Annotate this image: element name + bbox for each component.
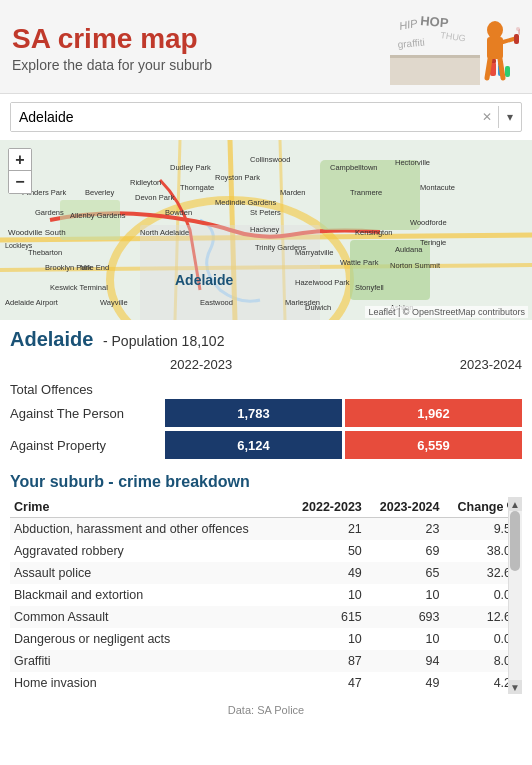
table-row: Common Assault61569312.68 xyxy=(10,606,522,628)
year2-label: 2023-2024 xyxy=(460,357,522,372)
total-offences-label: Total Offences xyxy=(10,378,522,399)
table-row: Abduction, harassment and other offences… xyxy=(10,518,522,541)
zoom-in-button[interactable]: + xyxy=(9,149,31,171)
table-row: Aggravated robbery506938.00 xyxy=(10,540,522,562)
svg-text:Collinswood: Collinswood xyxy=(250,155,290,164)
zoom-out-button[interactable]: − xyxy=(9,171,31,193)
crime-value: 50 xyxy=(288,540,366,562)
crime-value: 49 xyxy=(366,672,444,694)
crime-value: 87 xyxy=(288,650,366,672)
svg-text:Thorngate: Thorngate xyxy=(180,183,214,192)
against-property-row: Against Property 6,124 6,559 xyxy=(10,431,522,459)
crime-value: 10 xyxy=(366,584,444,606)
header-graphic: HIP HOP graffiti THUG xyxy=(390,10,520,85)
svg-text:Royston Park: Royston Park xyxy=(215,173,260,182)
svg-text:Devon Park: Devon Park xyxy=(135,193,174,202)
svg-text:Wattle Park: Wattle Park xyxy=(340,258,379,267)
svg-text:Mile End: Mile End xyxy=(80,263,109,272)
breakdown-title: Your suburb - crime breakdown xyxy=(10,473,522,491)
page-subtitle: Explore the data for your suburb xyxy=(12,57,380,73)
svg-text:Teringie: Teringie xyxy=(420,238,446,247)
breakdown-table-wrapper: Crime 2022-2023 2023-2024 Change % Abduc… xyxy=(10,497,522,694)
against-person-label: Against The Person xyxy=(10,406,165,421)
table-row: Dangerous or negligent acts10100.00 xyxy=(10,628,522,650)
svg-text:Norton Summit: Norton Summit xyxy=(390,261,441,270)
svg-text:Woodforde: Woodforde xyxy=(410,218,447,227)
crime-name: Graffiti xyxy=(10,650,288,672)
map-attribution: Leaflet | © OpenStreetMap contributors xyxy=(365,306,528,318)
breakdown-table: Crime 2022-2023 2023-2024 Change % Abduc… xyxy=(10,497,522,694)
svg-text:Ridleyton: Ridleyton xyxy=(130,178,161,187)
svg-text:Hazelwood Park: Hazelwood Park xyxy=(295,278,350,287)
against-property-bar-2023: 6,559 xyxy=(345,431,522,459)
svg-text:HIP: HIP xyxy=(398,17,419,32)
breakdown-section: Your suburb - crime breakdown Crime 2022… xyxy=(0,463,532,698)
svg-text:THUG: THUG xyxy=(440,30,467,43)
crime-value: 65 xyxy=(366,562,444,584)
svg-text:Gardens: Gardens xyxy=(35,208,64,217)
svg-text:Trinity Gardens: Trinity Gardens xyxy=(255,243,306,252)
svg-text:St Peters: St Peters xyxy=(250,208,281,217)
search-input[interactable] xyxy=(11,103,476,131)
suburb-name: Adelaide xyxy=(10,328,93,350)
col-crime: Crime xyxy=(10,497,288,518)
crime-name: Blackmail and extortion xyxy=(10,584,288,606)
scroll-thumb[interactable] xyxy=(510,511,520,571)
svg-text:Adelaide: Adelaide xyxy=(175,272,234,288)
against-person-row: Against The Person 1,783 1,962 xyxy=(10,399,522,427)
svg-point-11 xyxy=(487,21,503,39)
svg-text:North Adelaide: North Adelaide xyxy=(140,228,189,237)
svg-text:Beverley: Beverley xyxy=(85,188,114,197)
offences-section: Total Offences Against The Person 1,783 … xyxy=(0,378,532,459)
crime-value: 23 xyxy=(366,518,444,541)
table-row: Blackmail and extortion10100.00 xyxy=(10,584,522,606)
scrollbar[interactable]: ▲ ▼ xyxy=(508,497,522,694)
map-container[interactable]: Woodville South Lockleys Adelaide Airpor… xyxy=(0,140,532,320)
svg-text:Dudley Park: Dudley Park xyxy=(170,163,211,172)
svg-line-18 xyxy=(500,59,503,78)
scroll-up-arrow[interactable]: ▲ xyxy=(508,497,522,511)
svg-rect-27 xyxy=(60,200,120,240)
svg-line-17 xyxy=(487,59,490,78)
col-2022-2023: 2022-2023 xyxy=(288,497,366,518)
page-header: SA crime map Explore the data for your s… xyxy=(0,0,532,94)
against-property-bars: 6,124 6,559 xyxy=(165,431,522,459)
crime-name: Common Assault xyxy=(10,606,288,628)
crime-value: 21 xyxy=(288,518,366,541)
svg-text:Thebarton: Thebarton xyxy=(28,248,62,257)
clear-icon[interactable]: ✕ xyxy=(476,106,498,128)
table-row: Graffiti87948.05 xyxy=(10,650,522,672)
svg-text:Auldana: Auldana xyxy=(395,245,423,254)
svg-rect-10 xyxy=(505,66,510,77)
svg-rect-4 xyxy=(390,55,480,85)
page-title: SA crime map xyxy=(12,23,380,55)
against-person-bar-2023: 1,962 xyxy=(345,399,522,427)
crime-value: 69 xyxy=(366,540,444,562)
col-2023-2024: 2023-2024 xyxy=(366,497,444,518)
svg-text:Montacute: Montacute xyxy=(420,183,455,192)
svg-rect-5 xyxy=(390,55,480,58)
table-row: Assault police496532.65 xyxy=(10,562,522,584)
header-text: SA crime map Explore the data for your s… xyxy=(12,23,380,73)
svg-text:Stonyfell: Stonyfell xyxy=(355,283,384,292)
against-person-bars: 1,783 1,962 xyxy=(165,399,522,427)
suburb-population: - Population 18,102 xyxy=(103,333,224,349)
svg-text:Kensington: Kensington xyxy=(355,228,393,237)
scroll-down-arrow[interactable]: ▼ xyxy=(508,680,522,694)
crime-name: Dangerous or negligent acts xyxy=(10,628,288,650)
crime-value: 10 xyxy=(288,584,366,606)
svg-text:Medindie Gardens: Medindie Gardens xyxy=(215,198,277,207)
svg-text:Adelaide Airport: Adelaide Airport xyxy=(5,298,59,307)
svg-text:Tranmere: Tranmere xyxy=(350,188,382,197)
table-row: Home invasion47494.26 xyxy=(10,672,522,694)
svg-text:Wayville: Wayville xyxy=(100,298,128,307)
svg-text:Bowden: Bowden xyxy=(165,208,192,217)
svg-text:Hectorville: Hectorville xyxy=(395,158,430,167)
svg-text:Woodville South: Woodville South xyxy=(8,228,66,237)
map-zoom-controls: + − xyxy=(8,148,32,194)
table-header-row: Crime 2022-2023 2023-2024 Change % xyxy=(10,497,522,518)
dropdown-arrow-icon[interactable]: ▾ xyxy=(498,106,521,128)
svg-text:Marden: Marden xyxy=(280,188,305,197)
svg-point-16 xyxy=(516,27,520,31)
crime-value: 47 xyxy=(288,672,366,694)
